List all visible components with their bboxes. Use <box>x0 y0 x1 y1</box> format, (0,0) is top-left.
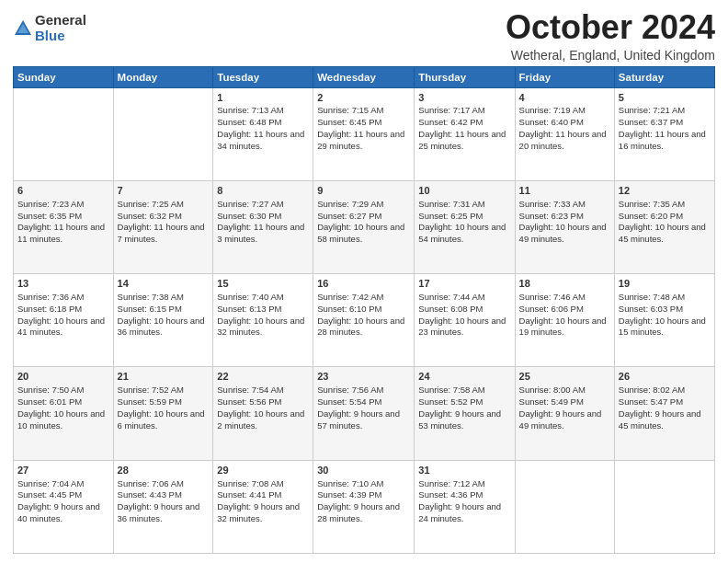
cell-content: 26Sunrise: 8:02 AMSunset: 5:47 PMDayligh… <box>619 370 711 431</box>
cell-content: 9Sunrise: 7:29 AMSunset: 6:27 PMDaylight… <box>317 184 410 246</box>
sunset-text: Sunset: 5:49 PM <box>519 396 584 407</box>
sunrise-text: Sunrise: 7:10 AM <box>317 478 383 488</box>
table-cell: 2Sunrise: 7:15 AMSunset: 6:45 PMDaylight… <box>313 87 415 180</box>
col-sunday: Sunday <box>14 66 114 87</box>
sunrise-text: Sunrise: 7:31 AM <box>418 199 484 209</box>
cell-content: 30Sunrise: 7:10 AMSunset: 4:39 PMDayligh… <box>317 464 410 525</box>
sunset-text: Sunset: 5:56 PM <box>217 396 281 407</box>
sunrise-text: Sunrise: 7:52 AM <box>118 385 184 395</box>
day-number: 6 <box>17 184 109 198</box>
sunset-text: Sunset: 6:06 PM <box>519 304 584 314</box>
sunset-text: Sunset: 6:08 PM <box>418 304 483 314</box>
sunrise-text: Sunrise: 7:21 AM <box>619 105 685 115</box>
sunset-text: Sunset: 5:59 PM <box>118 396 182 407</box>
logo-blue: Blue <box>35 29 86 44</box>
sunrise-text: Sunrise: 7:54 AM <box>217 385 283 395</box>
daylight-text: Daylight: 9 hours and 49 minutes. <box>519 408 602 431</box>
cell-content: 8Sunrise: 7:27 AMSunset: 6:30 PMDaylight… <box>217 184 309 246</box>
table-cell: 4Sunrise: 7:19 AMSunset: 6:40 PMDaylight… <box>515 87 614 180</box>
day-number: 24 <box>418 370 510 384</box>
daylight-text: Daylight: 10 hours and 54 minutes. <box>418 222 506 244</box>
logo-icon <box>13 18 33 39</box>
daylight-text: Daylight: 9 hours and 45 minutes. <box>619 408 701 431</box>
daylight-text: Daylight: 11 hours and 11 minutes. <box>17 222 105 244</box>
table-cell: 11Sunrise: 7:33 AMSunset: 6:23 PMDayligh… <box>515 180 614 273</box>
sunset-text: Sunset: 4:39 PM <box>317 489 381 500</box>
table-cell: 24Sunrise: 7:58 AMSunset: 5:52 PMDayligh… <box>415 367 515 460</box>
table-cell: 29Sunrise: 7:08 AMSunset: 4:41 PMDayligh… <box>213 460 313 553</box>
day-number: 20 <box>17 370 109 384</box>
sunrise-text: Sunrise: 7:42 AM <box>317 292 383 302</box>
table-cell: 22Sunrise: 7:54 AMSunset: 5:56 PMDayligh… <box>213 367 313 460</box>
sunrise-text: Sunrise: 7:19 AM <box>519 105 586 115</box>
cell-content: 31Sunrise: 7:12 AMSunset: 4:36 PMDayligh… <box>418 464 510 525</box>
cell-content: 2Sunrise: 7:15 AMSunset: 6:45 PMDaylight… <box>317 91 410 153</box>
daylight-text: Daylight: 9 hours and 53 minutes. <box>418 408 501 431</box>
week-row-2: 6Sunrise: 7:23 AMSunset: 6:35 PMDaylight… <box>14 180 715 273</box>
sunrise-text: Sunrise: 7:36 AM <box>17 292 84 302</box>
table-cell: 19Sunrise: 7:48 AMSunset: 6:03 PMDayligh… <box>614 274 714 367</box>
table-cell: 9Sunrise: 7:29 AMSunset: 6:27 PMDaylight… <box>313 180 415 273</box>
sunset-text: Sunset: 6:40 PM <box>519 117 584 127</box>
day-number: 10 <box>418 184 510 198</box>
sunset-text: Sunset: 6:10 PM <box>317 304 381 314</box>
cell-content: 25Sunrise: 8:00 AMSunset: 5:49 PMDayligh… <box>519 370 610 431</box>
day-number: 7 <box>118 184 210 198</box>
col-wednesday: Wednesday <box>313 66 415 87</box>
table-cell <box>614 460 714 553</box>
header: General Blue October 2024 Wetheral, Engl… <box>13 9 715 63</box>
table-cell: 1Sunrise: 7:13 AMSunset: 6:48 PMDaylight… <box>213 87 313 180</box>
week-row-1: 1Sunrise: 7:13 AMSunset: 6:48 PMDaylight… <box>14 87 715 180</box>
sunset-text: Sunset: 6:20 PM <box>619 211 683 221</box>
day-number: 18 <box>519 277 610 291</box>
daylight-text: Daylight: 10 hours and 6 minutes. <box>118 408 205 431</box>
table-cell: 3Sunrise: 7:17 AMSunset: 6:42 PMDaylight… <box>415 87 515 180</box>
day-number: 13 <box>17 277 109 291</box>
cell-content: 18Sunrise: 7:46 AMSunset: 6:06 PMDayligh… <box>519 277 610 339</box>
daylight-text: Daylight: 11 hours and 7 minutes. <box>118 222 205 244</box>
daylight-text: Daylight: 11 hours and 34 minutes. <box>217 129 304 151</box>
table-cell: 21Sunrise: 7:52 AMSunset: 5:59 PMDayligh… <box>113 367 213 460</box>
daylight-text: Daylight: 11 hours and 16 minutes. <box>619 129 706 151</box>
table-cell: 14Sunrise: 7:38 AMSunset: 6:15 PMDayligh… <box>113 274 213 367</box>
table-cell: 5Sunrise: 7:21 AMSunset: 6:37 PMDaylight… <box>614 87 714 180</box>
sunset-text: Sunset: 6:42 PM <box>418 117 483 127</box>
daylight-text: Daylight: 11 hours and 29 minutes. <box>317 129 404 151</box>
day-number: 8 <box>217 184 309 198</box>
sunrise-text: Sunrise: 7:17 AM <box>418 105 484 115</box>
sunset-text: Sunset: 6:45 PM <box>317 117 381 127</box>
daylight-text: Daylight: 10 hours and 2 minutes. <box>217 408 304 431</box>
daylight-text: Daylight: 9 hours and 36 minutes. <box>118 501 200 523</box>
sunset-text: Sunset: 6:30 PM <box>217 211 281 221</box>
header-row: Sunday Monday Tuesday Wednesday Thursday… <box>14 66 715 87</box>
sunset-text: Sunset: 6:25 PM <box>418 211 483 221</box>
daylight-text: Daylight: 9 hours and 28 minutes. <box>317 501 400 523</box>
col-tuesday: Tuesday <box>213 66 313 87</box>
table-cell: 10Sunrise: 7:31 AMSunset: 6:25 PMDayligh… <box>415 180 515 273</box>
sunset-text: Sunset: 6:18 PM <box>17 304 82 314</box>
daylight-text: Daylight: 11 hours and 3 minutes. <box>217 222 304 244</box>
day-number: 27 <box>17 464 109 477</box>
day-number: 25 <box>519 370 610 384</box>
sunrise-text: Sunrise: 7:40 AM <box>217 292 283 302</box>
week-row-3: 13Sunrise: 7:36 AMSunset: 6:18 PMDayligh… <box>14 274 715 367</box>
sunrise-text: Sunrise: 7:13 AM <box>217 105 283 115</box>
day-number: 26 <box>619 370 711 384</box>
table-cell: 13Sunrise: 7:36 AMSunset: 6:18 PMDayligh… <box>14 274 114 367</box>
cell-content: 10Sunrise: 7:31 AMSunset: 6:25 PMDayligh… <box>418 184 510 246</box>
daylight-text: Daylight: 11 hours and 20 minutes. <box>519 129 607 151</box>
sunrise-text: Sunrise: 7:27 AM <box>217 199 283 209</box>
table-cell: 20Sunrise: 7:50 AMSunset: 6:01 PMDayligh… <box>14 367 114 460</box>
daylight-text: Daylight: 10 hours and 58 minutes. <box>317 222 404 244</box>
daylight-text: Daylight: 10 hours and 10 minutes. <box>17 408 105 431</box>
cell-content: 12Sunrise: 7:35 AMSunset: 6:20 PMDayligh… <box>619 184 711 246</box>
table-cell: 25Sunrise: 8:00 AMSunset: 5:49 PMDayligh… <box>515 367 614 460</box>
calendar-table: Sunday Monday Tuesday Wednesday Thursday… <box>13 66 715 554</box>
day-number: 31 <box>418 464 510 477</box>
cell-content: 19Sunrise: 7:48 AMSunset: 6:03 PMDayligh… <box>619 277 711 339</box>
day-number: 16 <box>317 277 410 291</box>
cell-content: 29Sunrise: 7:08 AMSunset: 4:41 PMDayligh… <box>217 464 309 525</box>
sunrise-text: Sunrise: 7:04 AM <box>17 478 84 488</box>
day-number: 5 <box>619 91 711 105</box>
table-cell: 18Sunrise: 7:46 AMSunset: 6:06 PMDayligh… <box>515 274 614 367</box>
